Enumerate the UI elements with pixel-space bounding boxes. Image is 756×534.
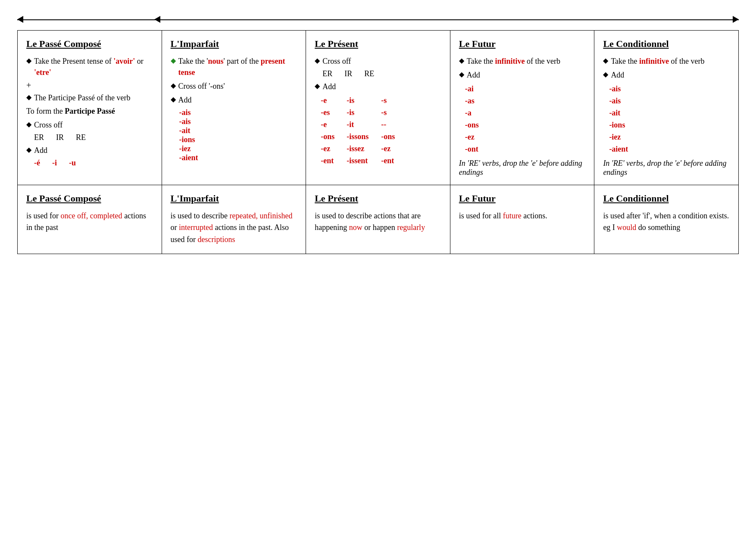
page: Le Passé Composé ◆ Take the Present tens… xyxy=(0,0,756,534)
arrow-left-icon xyxy=(17,16,23,23)
pres-es: -es xyxy=(321,107,347,119)
pc-add-text: Add xyxy=(34,145,47,156)
fut-rule1-text: Take the infinitive of the verb xyxy=(467,56,560,67)
diamond-icon-3: ◆ xyxy=(26,119,31,130)
fut-ai: -ai xyxy=(465,83,586,95)
present-title: Le Présent xyxy=(315,38,441,50)
pres-row1: -e -is -s xyxy=(321,95,441,107)
pres-s1: -s xyxy=(381,95,407,107)
plus-sign: + xyxy=(26,81,153,90)
fut-as: -as xyxy=(465,95,586,107)
diamond-icon-6: ◆ xyxy=(171,94,176,105)
imp-bottom-title: L'Imparfait xyxy=(171,193,297,204)
pc-e: -é xyxy=(34,158,40,168)
cond-note: In 'RE' verbs, drop the 'e' before addin… xyxy=(603,159,730,177)
passe-compose-bottom: Le Passé Composé is used for once off, c… xyxy=(18,185,162,254)
pres-ent2: -ent xyxy=(381,155,407,167)
cond-bottom-title: Le Conditionnel xyxy=(603,193,730,204)
fut-usage-red: future xyxy=(503,211,522,220)
pres-ir: IR xyxy=(344,69,352,78)
cond-rule1: ◆ Take the infinitive of the verb xyxy=(603,56,730,67)
arrow-mid-icon xyxy=(154,16,160,23)
pres-dash: -- xyxy=(381,119,407,131)
pres-it: -it xyxy=(347,119,381,131)
pres-row4: -ons -issons -ons xyxy=(321,131,441,143)
imp-ait: -ait xyxy=(179,126,297,135)
passe-compose-title: Le Passé Composé xyxy=(26,38,153,50)
cond-aient: -aient xyxy=(609,143,730,155)
bottom-row: Le Passé Composé is used for once off, c… xyxy=(18,185,739,254)
pc-re: RE xyxy=(76,133,86,142)
diamond-icon-4: ◆ xyxy=(26,145,31,155)
futur-top: Le Futur ◆ Take the infinitive of the ve… xyxy=(450,31,594,185)
fut-add-text: Add xyxy=(467,69,480,81)
pres-row6: -ent -issent -ent xyxy=(321,155,441,167)
pres-ez: -ez xyxy=(321,143,347,155)
pc-usage-red: once off, completed xyxy=(61,211,122,220)
pc-bottom-title: Le Passé Composé xyxy=(26,193,153,204)
cond-ait: -ait xyxy=(609,107,730,119)
imparfait-top: L'Imparfait ◆ Take the 'nous' part of th… xyxy=(162,31,306,185)
pc-er: ER xyxy=(34,133,44,142)
imp-add: ◆ Add xyxy=(171,94,297,106)
pres-er-ir-re: ER IR RE xyxy=(322,69,441,78)
pc-rule2: ◆ The Participe Passé of the verb xyxy=(26,92,153,103)
conditionnel-bottom: Le Conditionnel is used after 'if', when… xyxy=(594,185,739,254)
conditionnel-top: Le Conditionnel ◆ Take the infinitive of… xyxy=(594,31,739,185)
top-row: Le Passé Composé ◆ Take the Present tens… xyxy=(18,31,739,185)
pres-row3: -e -it -- xyxy=(321,119,441,131)
futur-title: Le Futur xyxy=(459,38,586,50)
pres-add-text: Add xyxy=(322,81,336,92)
diamond-icon-9: ◆ xyxy=(459,56,464,66)
pres-usage-red1: now xyxy=(349,223,362,232)
pc-rule1: ◆ Take the Present tense of 'avoir' or '… xyxy=(26,56,153,78)
fut-ont: -ont xyxy=(465,143,586,155)
imp-usage-red3: descriptions xyxy=(198,235,235,244)
pres-issez: -issez xyxy=(347,143,381,155)
cond-ions: -ions xyxy=(609,119,730,131)
imp-usage-red1: repeated, unfinished xyxy=(230,211,293,220)
imp-aient: -aient xyxy=(179,153,297,162)
diamond-icon-10: ◆ xyxy=(459,69,464,80)
arrow-right-icon xyxy=(733,16,739,23)
arrow-line xyxy=(17,19,739,20)
diamond-icon-5: ◆ xyxy=(171,81,176,91)
pres-ent: -ent xyxy=(321,155,347,167)
pres-is1: -is xyxy=(347,95,381,107)
pres-endings: -e -is -s -es -is -s -e -it -- xyxy=(321,95,441,167)
imparfait-bottom: L'Imparfait is used to describe repeated… xyxy=(162,185,306,254)
imp-endings: -ais -ais -ait -ions -iez -aient xyxy=(179,108,297,162)
diamond-icon: ◆ xyxy=(26,56,31,66)
pres-issons: -issons xyxy=(347,131,381,143)
pc-er-ir-re: ER IR RE xyxy=(34,133,153,142)
cond-usage: is used after 'if', when a condition exi… xyxy=(603,210,730,234)
imp-ions: -ions xyxy=(179,135,297,144)
pc-cross-off-text: Cross off xyxy=(34,119,62,130)
pres-issent: -issent xyxy=(347,155,381,167)
pc-endings: -é -i -u xyxy=(34,158,153,168)
fut-usage: is used for all future actions. xyxy=(459,210,586,222)
cond-ais1: -ais xyxy=(609,83,730,95)
pc-cross-off: ◆ Cross off xyxy=(26,119,153,130)
pc-participe-header: To form the Participe Passé xyxy=(26,107,153,116)
cond-iez: -iez xyxy=(609,131,730,143)
pres-ons2: -ons xyxy=(381,131,407,143)
imp-rule2: ◆ Cross off '-ons' xyxy=(171,81,297,92)
imp-ais2: -ais xyxy=(179,117,297,126)
arrow-row xyxy=(17,13,739,26)
pc-u: -u xyxy=(69,158,76,168)
fut-add: ◆ Add xyxy=(459,69,586,81)
cond-add: ◆ Add xyxy=(603,69,730,81)
present-bottom: Le Présent is used to describe actions t… xyxy=(306,185,450,254)
imp-usage: is used to describe repeated, unfinished… xyxy=(171,210,297,246)
pc-rule2-text: The Participe Passé of the verb xyxy=(34,92,130,103)
diamond-icon-12: ◆ xyxy=(603,69,608,80)
pres-usage-red2: regularly xyxy=(397,223,425,232)
fut-a: -a xyxy=(465,107,586,119)
pres-s2: -s xyxy=(381,107,407,119)
pres-row2: -es -is -s xyxy=(321,107,441,119)
pc-add: ◆ Add xyxy=(26,145,153,156)
fut-note: In 'RE' verbs, drop the 'e' before addin… xyxy=(459,159,586,177)
imp-ais1: -ais xyxy=(179,108,297,117)
pres-bottom-title: Le Présent xyxy=(315,193,441,204)
